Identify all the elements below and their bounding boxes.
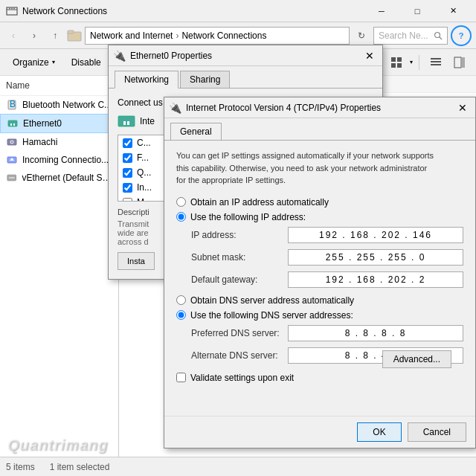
advanced-button[interactable]: Advanced...: [382, 350, 451, 368]
default-gateway-row: Default gateway: 192 . 168 . 202 . 2: [176, 271, 463, 288]
ethernet-dialog-titlebar: 🔌 Ethernet0 Properties ✕: [109, 45, 382, 66]
tab-networking[interactable]: Networking: [115, 71, 178, 89]
manual-dns-radio[interactable]: [176, 310, 186, 320]
radio-group-ip: Obtain an IP address automatically Use t…: [176, 197, 463, 222]
ip-address-input[interactable]: 192 . 168 . 202 . 146: [288, 227, 463, 243]
ethernet-dialog-title: Ethernet0 Properties: [130, 51, 361, 61]
ok-button[interactable]: OK: [357, 422, 401, 442]
svg-rect-34: [123, 121, 126, 125]
dns-section: Obtain DNS server address automatically …: [176, 295, 463, 321]
preferred-dns-row: Preferred DNS server: 8 . 8 . 8 . 8: [176, 325, 463, 341]
default-gateway-label: Default gateway:: [191, 274, 288, 285]
manual-ip-label: Use the following IP address:: [190, 212, 306, 222]
ipv4-info-text: You can get IP settings assigned automat…: [176, 149, 463, 187]
svg-rect-35: [127, 121, 129, 125]
cancel-button[interactable]: Cancel: [408, 422, 466, 442]
ip-address-row: IP address: 192 . 168 . 202 . 146: [176, 227, 463, 243]
alternate-dns-label: Alternate DNS server:: [191, 350, 288, 361]
subnet-mask-row: Subnet mask: 255 . 255 . 255 . 0: [176, 249, 463, 266]
manual-dns-row: Use the following DNS server addresses:: [176, 310, 463, 321]
manual-ip-radio[interactable]: [176, 212, 186, 222]
preferred-dns-input[interactable]: 8 . 8 . 8 . 8: [288, 325, 463, 341]
component-checkbox-4[interactable]: [123, 183, 132, 193]
ipv4-dialog-titlebar: 🔌 Internet Protocol Version 4 (TCP/IPv4)…: [164, 97, 475, 118]
subnet-mask-label: Subnet mask:: [191, 252, 288, 263]
svg-rect-33: [118, 116, 135, 126]
ethernet-nic-label: Inte: [140, 116, 155, 126]
auto-ip-radio[interactable]: [176, 197, 186, 207]
ipv4-content: You can get IP settings assigned automat…: [164, 141, 475, 416]
ethernet-dialog-close[interactable]: ✕: [361, 48, 378, 64]
ipv4-dialog-title: Internet Protocol Version 4 (TCP/IPv4) P…: [186, 103, 454, 113]
validate-row: Validate settings upon exit: [176, 373, 463, 383]
auto-dns-label: Obtain DNS server address automatically: [190, 295, 354, 306]
ipv4-dialog-close[interactable]: ✕: [454, 100, 471, 116]
component-checkbox-5[interactable]: [123, 198, 132, 202]
component-checkbox-2[interactable]: [123, 153, 132, 163]
validate-label: Validate settings upon exit: [190, 373, 294, 383]
auto-ip-label: Obtain an IP address automatically: [190, 197, 329, 208]
overlay: 🔌 Ethernet0 Properties ✕ Networking Shar…: [0, 0, 476, 476]
ipv4-dialog-footer: OK Cancel: [164, 416, 475, 448]
ipv4-tab-bar: General: [164, 118, 475, 141]
auto-ip-row: Obtain an IP address automatically: [176, 197, 463, 208]
component-checkbox-3[interactable]: [123, 168, 132, 178]
preferred-dns-label: Preferred DNS server:: [191, 328, 288, 338]
component-checkbox-1[interactable]: [123, 138, 132, 148]
manual-ip-row: Use the following IP address:: [176, 212, 463, 222]
ipv4-dialog-icon: 🔌: [169, 102, 181, 114]
tab-general[interactable]: General: [170, 123, 222, 140]
ethernet-dialog-icon: 🔌: [113, 50, 126, 62]
ipv4-properties-dialog: 🔌 Internet Protocol Version 4 (TCP/IPv4)…: [164, 97, 476, 448]
auto-dns-row: Obtain DNS server address automatically: [176, 295, 463, 306]
tab-sharing[interactable]: Sharing: [180, 71, 230, 88]
auto-dns-radio[interactable]: [176, 295, 186, 305]
default-gateway-input[interactable]: 192 . 168 . 202 . 2: [288, 271, 463, 288]
subnet-mask-input[interactable]: 255 . 255 . 255 . 0: [288, 249, 463, 266]
install-button[interactable]: Insta: [118, 252, 155, 270]
manual-dns-label: Use the following DNS server addresses:: [190, 310, 353, 321]
validate-checkbox[interactable]: [176, 373, 186, 382]
ip-address-label: IP address:: [191, 230, 288, 240]
ethernet-nic-icon: [118, 114, 135, 129]
ethernet-tab-bar: Networking Sharing: [109, 66, 382, 89]
